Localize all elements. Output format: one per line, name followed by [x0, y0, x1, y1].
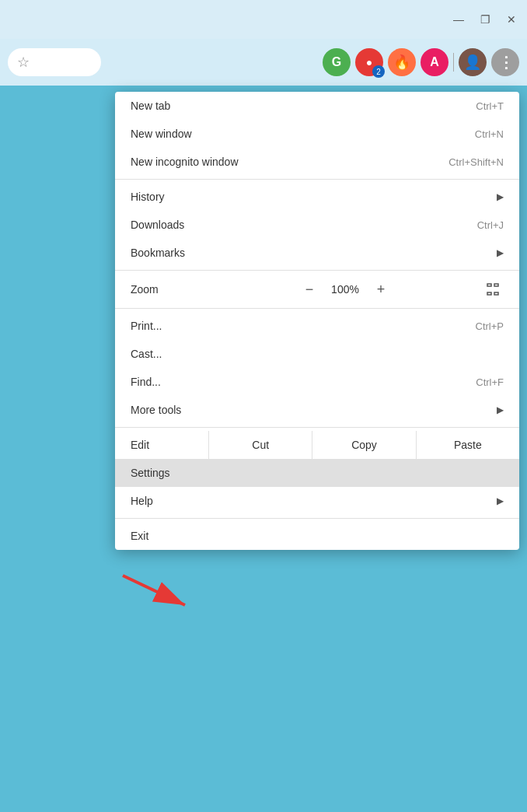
svg-rect-2 — [487, 292, 491, 295]
help-label: Help — [131, 495, 153, 507]
badge: 2 — [372, 65, 385, 78]
downloads-label: Downloads — [131, 219, 184, 231]
new-window-shortcut: Ctrl+N — [475, 128, 504, 140]
paste-button[interactable]: Paste — [416, 431, 519, 459]
history-arrow: ▶ — [497, 191, 504, 202]
red-arrow-annotation — [115, 568, 208, 618]
menu-item-help[interactable]: Help ▶ — [115, 487, 519, 515]
menu-item-settings[interactable]: Settings — [115, 459, 519, 487]
find-label: Find... — [131, 376, 161, 388]
help-arrow: ▶ — [497, 495, 504, 506]
new-tab-label: New tab — [131, 100, 170, 112]
copy-button[interactable]: Copy — [312, 431, 415, 459]
print-label: Print... — [131, 320, 162, 332]
minimize-button[interactable]: — — [451, 12, 466, 27]
svg-rect-3 — [494, 292, 498, 295]
a-extension-icon[interactable]: A — [421, 48, 448, 76]
cut-button[interactable]: Cut — [208, 431, 312, 459]
menu-item-new-tab[interactable]: New tab Ctrl+T — [115, 92, 519, 120]
zoom-controls: − 100% + — [208, 278, 482, 300]
tab-bar: ☆ G ● 2 🔥 A 👤 ⋮ — [0, 39, 527, 86]
history-label: History — [131, 191, 165, 203]
avatar-icon[interactable]: 👤 — [459, 48, 487, 76]
menu-item-downloads[interactable]: Downloads Ctrl+J — [115, 211, 519, 239]
separator-1 — [115, 179, 519, 180]
new-tab-shortcut: Ctrl+T — [476, 100, 504, 112]
title-bar-controls: — ❐ ✕ — [451, 12, 519, 27]
svg-rect-0 — [487, 284, 491, 286]
chrome-menu-button[interactable]: ⋮ — [491, 48, 519, 76]
incognito-label: New incognito window — [131, 156, 239, 168]
grammarly-icon[interactable]: G — [323, 48, 351, 76]
extension-icon[interactable]: ● 2 — [355, 48, 383, 76]
separator-4 — [115, 427, 519, 428]
menu-item-find[interactable]: Find... Ctrl+F — [115, 368, 519, 396]
toolbar-icons: G ● 2 🔥 A 👤 ⋮ — [323, 48, 519, 76]
star-icon: ☆ — [17, 54, 30, 71]
menu-item-print[interactable]: Print... Ctrl+P — [115, 312, 519, 340]
close-button[interactable]: ✕ — [504, 12, 519, 27]
separator-3 — [115, 308, 519, 309]
fire-icon[interactable]: 🔥 — [388, 48, 416, 76]
incognito-shortcut: Ctrl+Shift+N — [448, 156, 504, 168]
more-tools-label: More tools — [131, 404, 181, 416]
menu-item-bookmarks[interactable]: Bookmarks ▶ — [115, 239, 519, 267]
cast-label: Cast... — [131, 348, 162, 360]
divider — [453, 53, 454, 72]
separator-2 — [115, 270, 519, 271]
print-shortcut: Ctrl+P — [476, 320, 504, 332]
menu-item-more-tools[interactable]: More tools ▶ — [115, 396, 519, 424]
downloads-shortcut: Ctrl+J — [477, 219, 504, 231]
bookmarks-arrow: ▶ — [497, 247, 504, 258]
edit-row: Edit Cut Copy Paste — [115, 431, 519, 459]
find-shortcut: Ctrl+F — [476, 376, 504, 388]
zoom-out-button[interactable]: − — [298, 278, 320, 300]
fullscreen-button[interactable] — [482, 278, 504, 300]
exit-label: Exit — [131, 530, 148, 542]
more-tools-arrow: ▶ — [497, 404, 504, 415]
settings-label: Settings — [131, 467, 170, 479]
zoom-in-button[interactable]: + — [370, 278, 392, 300]
svg-line-5 — [123, 576, 185, 605]
zoom-row: Zoom − 100% + — [115, 274, 519, 305]
bookmarks-label: Bookmarks — [131, 247, 185, 259]
menu-item-cast[interactable]: Cast... — [115, 340, 519, 368]
zoom-value: 100% — [330, 283, 361, 296]
avatar-person: 👤 — [459, 48, 487, 76]
new-window-label: New window — [131, 128, 192, 140]
title-bar: — ❐ ✕ — [0, 0, 527, 39]
restore-button[interactable]: ❐ — [477, 12, 493, 27]
chrome-dropdown-menu: New tab Ctrl+T New window Ctrl+N New inc… — [115, 92, 519, 550]
menu-item-exit[interactable]: Exit — [115, 522, 519, 550]
separator-5 — [115, 518, 519, 519]
menu-item-new-window[interactable]: New window Ctrl+N — [115, 120, 519, 148]
menu-item-incognito[interactable]: New incognito window Ctrl+Shift+N — [115, 148, 519, 176]
zoom-label: Zoom — [115, 283, 208, 296]
edit-label: Edit — [115, 431, 208, 459]
svg-rect-1 — [494, 284, 498, 286]
address-bar[interactable]: ☆ — [8, 48, 101, 76]
menu-item-history[interactable]: History ▶ — [115, 183, 519, 211]
